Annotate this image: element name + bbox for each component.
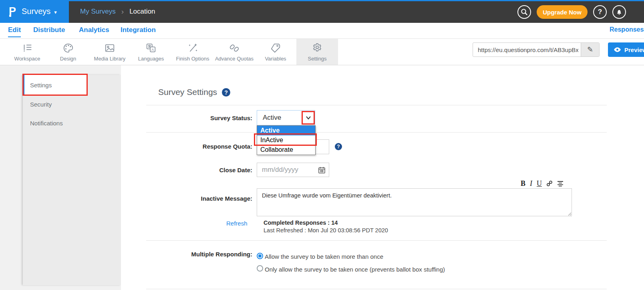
toolbar-item-settings[interactable]: Settings [296, 39, 338, 65]
refresh-link[interactable]: Refresh [226, 220, 248, 227]
workspace-icon [21, 42, 33, 54]
questionpro-logo: P [9, 5, 16, 18]
toolbar-item-advance-quotas[interactable]: Advance Quotas [213, 39, 255, 65]
svg-text:A: A [151, 48, 154, 52]
toolbar-item-design[interactable]: Design [47, 39, 89, 65]
toolbar-label: Advance Quotas [215, 56, 254, 62]
page-title: Survey Settings [158, 87, 217, 97]
inactive-message-textarea[interactable]: Diese Umfrage wurde vom Eigentümer deakt… [257, 188, 572, 216]
toolbar-label: Media Library [94, 56, 126, 62]
sidebar-item-label: Security [30, 101, 52, 108]
settings-gear-icon [311, 42, 323, 54]
search-button[interactable] [517, 5, 531, 19]
toolbar-label: Variables [265, 56, 286, 62]
caret-down-icon: ▾ [54, 9, 57, 15]
sidebar-item-settings[interactable]: Settings [23, 75, 87, 95]
questionpro-app: P Surveys ▾ My Surveys › Location Upgrad… [0, 0, 644, 290]
preview-button-label: Preview [624, 46, 644, 53]
survey-settings-help-icon[interactable]: ? [222, 88, 230, 97]
breadcrumb: My Surveys › Location [80, 0, 155, 23]
close-date-label: Close Date: [144, 167, 252, 173]
search-icon [520, 8, 529, 16]
help-button[interactable]: ? [593, 5, 607, 19]
response-quota-help-icon[interactable]: ? [335, 143, 342, 150]
bell-icon [615, 8, 623, 16]
tab-analytics[interactable]: Analytics [79, 26, 109, 34]
eye-icon [614, 47, 621, 52]
survey-status-selected-value: Active [263, 114, 281, 122]
survey-toolbar: Workspace Design Media Library [0, 39, 644, 65]
link-button[interactable] [546, 180, 553, 187]
completed-responses-text: Completed Responses : 14 [264, 220, 338, 226]
toolbar-label: Design [60, 56, 76, 62]
toolbar-item-media-library[interactable]: Media Library [89, 39, 131, 65]
divider [146, 240, 607, 241]
response-quota-label: Response Quota: [144, 143, 252, 150]
preview-button[interactable]: Preview [608, 42, 644, 57]
breadcrumb-my-surveys[interactable]: My Surveys [80, 8, 116, 16]
dropdown-option-active[interactable]: Active [257, 126, 315, 135]
finish-options-icon [187, 42, 199, 54]
notifications-button[interactable] [612, 5, 626, 19]
top-header: P Surveys ▾ My Surveys › Location Upgrad… [0, 0, 644, 23]
breadcrumb-separator-icon: › [121, 7, 124, 16]
tab-edit[interactable]: Edit [8, 26, 21, 37]
divider [146, 132, 607, 133]
settings-sidebar: Settings Security Notifications [23, 75, 121, 285]
survey-status-dropdown: Active InActive Collaborate [257, 125, 316, 155]
text-editor-toolbar: B I U [521, 179, 571, 187]
advance-quotas-icon [228, 42, 240, 54]
link-icon [546, 180, 553, 187]
divider [146, 105, 607, 105]
sidebar-item-label: Settings [30, 82, 52, 89]
languages-icon: A [145, 42, 157, 54]
question-mark-icon: ? [224, 89, 228, 96]
survey-status-select[interactable]: Active [257, 110, 315, 125]
question-mark-icon: ? [337, 144, 340, 149]
radio-only-once[interactable] [257, 265, 263, 272]
edit-url-button[interactable]: ✎ [581, 43, 599, 56]
toolbar-label: Languages [138, 56, 164, 62]
variables-icon [270, 42, 282, 54]
toolbar-item-workspace[interactable]: Workspace [6, 39, 48, 65]
design-icon [62, 42, 74, 54]
toolbar-label: Settings [308, 56, 327, 62]
radio-allow-multiple-label: Allow the survey to be taken more than o… [265, 253, 383, 260]
pencil-icon: ✎ [587, 45, 593, 54]
sidebar-item-label: Notifications [30, 120, 63, 127]
chevron-down-icon [306, 116, 311, 120]
italic-button[interactable]: I [530, 179, 532, 188]
responses-link[interactable]: Responses [610, 26, 644, 33]
question-mark-icon: ? [598, 8, 602, 16]
calendar-icon[interactable] [318, 166, 326, 174]
radio-allow-multiple[interactable] [257, 253, 263, 259]
align-icon [557, 181, 564, 187]
breadcrumb-current: Location [129, 8, 155, 16]
media-library-icon [104, 42, 116, 54]
toolbar-label: Workspace [14, 56, 40, 62]
upgrade-now-button[interactable]: Upgrade Now [537, 5, 588, 19]
header-accent-line [0, 0, 644, 1]
tab-distribute[interactable]: Distribute [33, 26, 65, 34]
toolbar-item-languages[interactable]: A Languages [130, 39, 172, 65]
product-name: Surveys [22, 7, 50, 16]
inactive-message-label: Inactive Message: [144, 195, 252, 202]
toolbar-label: Finish Options [176, 56, 209, 62]
survey-status-label: Survey Status: [144, 115, 252, 121]
toolbar-item-finish-options[interactable]: Finish Options [172, 39, 213, 65]
divider [146, 289, 607, 289]
dropdown-option-inactive[interactable]: InActive [257, 135, 315, 145]
product-switcher[interactable]: P Surveys ▾ [0, 0, 69, 23]
bold-button[interactable]: B [521, 179, 525, 188]
sidebar-item-security[interactable]: Security [23, 95, 121, 113]
survey-tab-bar: Edit Distribute Analytics Integration Re… [0, 23, 644, 39]
tab-integration[interactable]: Integration [121, 26, 156, 34]
align-button[interactable] [557, 181, 564, 187]
toolbar-item-variables[interactable]: Variables [255, 39, 296, 65]
dropdown-option-collaborate[interactable]: Collaborate [257, 145, 315, 155]
underline-button[interactable]: U [537, 179, 542, 188]
last-refreshed-text: Last Refreshed : Mon Jul 20 03:08:56 PDT… [264, 227, 388, 234]
radio-only-once-label: Only allow the survey to be taken once (… [265, 266, 445, 273]
sidebar-item-notifications[interactable]: Notifications [23, 114, 121, 132]
multiple-responding-label: Multiple Responding: [144, 251, 252, 258]
